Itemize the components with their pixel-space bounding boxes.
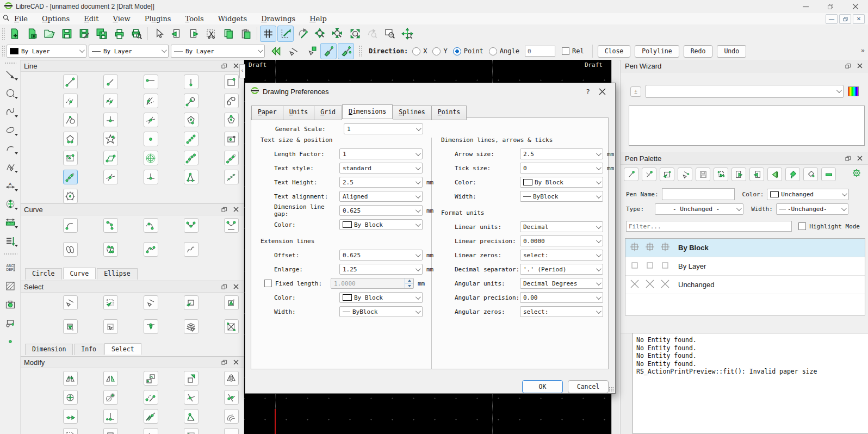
close-panel-icon[interactable] bbox=[232, 358, 240, 366]
tool-move-copy[interactable] bbox=[63, 371, 78, 386]
paste-button[interactable] bbox=[238, 26, 254, 42]
command-console[interactable]: No Entity found.No Entity found.No Entit… bbox=[633, 333, 868, 434]
tool-polygon-two-corners[interactable] bbox=[63, 132, 78, 146]
command-dock-handle[interactable] bbox=[621, 333, 633, 434]
menu-item-help[interactable]: Help bbox=[309, 15, 327, 23]
width-combo[interactable]: ByBlock bbox=[339, 306, 423, 317]
text-style-combo[interactable]: standard bbox=[339, 163, 423, 173]
pen-linetype-combo[interactable]: By Layer bbox=[171, 45, 265, 58]
cut-button[interactable] bbox=[203, 26, 219, 42]
copy-attributes-button[interactable] bbox=[320, 43, 337, 59]
zoom-out-button[interactable] bbox=[330, 26, 346, 42]
angular-zeros-combo[interactable]: select: bbox=[520, 306, 603, 317]
direction-radio-point[interactable] bbox=[453, 47, 461, 55]
tool-trim[interactable] bbox=[184, 390, 199, 405]
arrow-size-combo[interactable]: 2.5 bbox=[520, 148, 603, 159]
tool-line-break-point[interactable] bbox=[103, 170, 118, 184]
tool-lengthen[interactable] bbox=[63, 409, 78, 424]
tool-freehand-curve[interactable] bbox=[184, 242, 199, 257]
tool-line-vertical[interactable] bbox=[184, 75, 199, 89]
offset-combo[interactable]: 0.625 bbox=[339, 250, 423, 261]
fixed-length-spinbox[interactable]: 1.0000 bbox=[331, 278, 414, 289]
tool-stretch[interactable] bbox=[144, 409, 158, 424]
tool-block-points[interactable] bbox=[184, 428, 199, 434]
menu-item-options[interactable]: Options bbox=[42, 15, 70, 23]
close-button[interactable] bbox=[843, 0, 868, 13]
float-panel-icon[interactable] bbox=[220, 62, 228, 70]
line-panel-titlebar[interactable]: Line bbox=[21, 60, 244, 72]
menu-item-plugins[interactable]: Plugins bbox=[145, 15, 171, 23]
fixed-length-checkbox[interactable] bbox=[264, 280, 272, 287]
tool-mirror-axis[interactable] bbox=[224, 371, 239, 386]
point-tool-button[interactable] bbox=[2, 334, 18, 349]
tab-ellipse[interactable]: Ellipse bbox=[97, 268, 137, 280]
polyline-tool-button[interactable] bbox=[2, 159, 18, 174]
text-alignment-combo[interactable]: Aligned bbox=[339, 191, 423, 202]
pen-list-item-by-layer[interactable]: By Layer bbox=[625, 257, 865, 276]
tool-polyline-nodes[interactable] bbox=[184, 151, 199, 165]
toolbar-grip[interactable] bbox=[4, 62, 16, 65]
menu-item-widgets[interactable]: Widgets bbox=[218, 15, 247, 23]
width-combo[interactable]: ByBlock bbox=[520, 191, 603, 202]
tool-deselect-entity[interactable] bbox=[63, 295, 78, 310]
color-combo[interactable]: By Block bbox=[520, 177, 603, 188]
new-document-button[interactable] bbox=[7, 26, 23, 42]
tool-offset[interactable] bbox=[144, 390, 158, 405]
measure-tool-button[interactable] bbox=[2, 215, 18, 230]
tick-size-combo[interactable]: 0 bbox=[520, 163, 603, 173]
tool-line-relative-angle[interactable] bbox=[144, 113, 158, 127]
tool-deselect-intersected[interactable] bbox=[144, 319, 158, 334]
copy-button[interactable] bbox=[220, 26, 237, 42]
pen-palette-color-combo[interactable]: Unchanged bbox=[767, 189, 849, 200]
remove-pen-button[interactable] bbox=[624, 168, 638, 181]
tab-curve[interactable]: Curve bbox=[63, 268, 96, 279]
tool-deselect-window[interactable] bbox=[184, 295, 199, 310]
dialog-tab-grid[interactable]: Grid bbox=[314, 106, 342, 120]
circle-tool-button[interactable] bbox=[2, 85, 18, 100]
menu-item-edit[interactable]: Edit bbox=[84, 15, 98, 23]
pen-type-combo[interactable]: - Unchanged - bbox=[655, 203, 743, 215]
dialog-tab-units[interactable]: Units bbox=[283, 106, 315, 120]
toolbar-overflow-icon[interactable]: » bbox=[861, 47, 865, 54]
pen-wizard-list[interactable] bbox=[629, 106, 865, 146]
dialog-tab-splines[interactable]: Splines bbox=[393, 106, 431, 120]
settings-gear-button[interactable] bbox=[851, 168, 862, 180]
mdi-close-button[interactable]: ✕ bbox=[853, 14, 865, 24]
angle-input[interactable] bbox=[525, 46, 555, 57]
tab-dimension[interactable]: Dimension bbox=[25, 344, 73, 355]
line-width-sample-button[interactable] bbox=[821, 168, 836, 181]
tool-line-orthogonal[interactable] bbox=[103, 113, 118, 127]
tool-select-layer[interactable] bbox=[184, 319, 199, 334]
pick-pen-button[interactable] bbox=[678, 168, 692, 181]
tool-line-bisector[interactable] bbox=[144, 94, 158, 108]
enlarge-combo[interactable]: 1.25 bbox=[339, 264, 423, 275]
float-panel-icon[interactable] bbox=[844, 154, 852, 162]
dialog-tab-points[interactable]: Points bbox=[432, 106, 467, 120]
float-panel-icon[interactable] bbox=[220, 283, 228, 290]
tool-dashes[interactable] bbox=[144, 428, 158, 434]
tool-fillet[interactable] bbox=[224, 409, 239, 424]
text-tool-button[interactable]: ABCDEF bbox=[2, 260, 18, 275]
tool-explode-window[interactable] bbox=[63, 428, 78, 434]
block-tool-button[interactable] bbox=[2, 315, 18, 330]
tool-line-tangent-orthogonal[interactable] bbox=[63, 113, 78, 127]
edit-attributes-button[interactable] bbox=[286, 43, 302, 59]
save-all-button[interactable] bbox=[94, 26, 110, 42]
dimension-tool-button[interactable]: A bbox=[2, 178, 18, 193]
tool-polyline-nodes-arc[interactable] bbox=[224, 151, 239, 165]
tool-move-rotate[interactable] bbox=[144, 371, 158, 386]
grid-toggle-button[interactable] bbox=[260, 26, 276, 42]
tool-delete-bar[interactable] bbox=[224, 428, 239, 434]
zoom-pan-button[interactable] bbox=[399, 26, 416, 42]
dialog-titlebar[interactable]: Drawing Preferences ? bbox=[245, 83, 615, 100]
curve-panel-titlebar[interactable]: Curve bbox=[21, 204, 244, 215]
tool-polygon-center-point[interactable] bbox=[184, 113, 199, 127]
tab-select[interactable]: Select bbox=[104, 343, 141, 355]
dialog-tab-paper[interactable]: Paper bbox=[251, 106, 283, 120]
tool-line-parallel[interactable] bbox=[63, 94, 78, 108]
tool-line-tangent-point[interactable] bbox=[184, 94, 199, 108]
zoom-in-button[interactable] bbox=[312, 26, 328, 42]
tool-point-single[interactable] bbox=[144, 132, 158, 146]
apply-attributes-button[interactable] bbox=[338, 43, 354, 59]
tool-scale[interactable] bbox=[184, 371, 199, 386]
